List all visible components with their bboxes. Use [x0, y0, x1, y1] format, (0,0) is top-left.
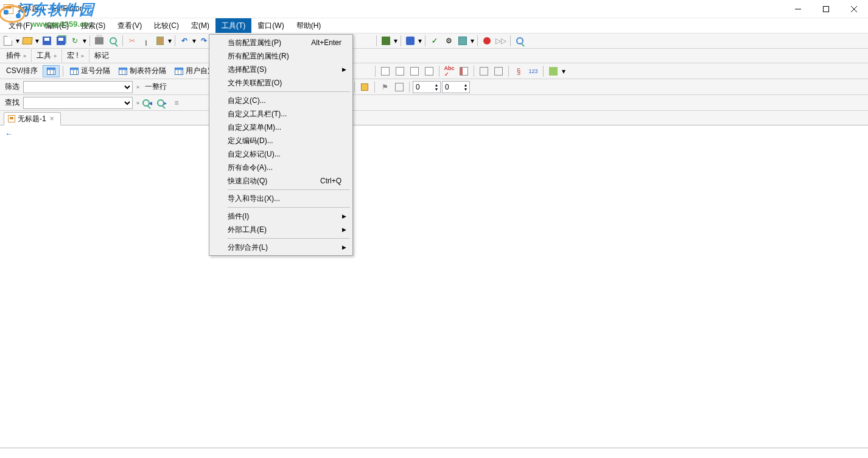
find-input[interactable] [23, 97, 133, 109]
toolstrip-tools[interactable]: 工具» [32, 50, 62, 62]
save-all-button[interactable] [54, 34, 68, 48]
csv-split-button[interactable] [477, 65, 491, 78]
copy-button[interactable] [139, 34, 153, 48]
menu-all-commands[interactable]: 所有命令(A)... [211, 161, 351, 174]
csv-sort-button[interactable]: § [512, 65, 525, 78]
csv-flag-dropdown[interactable]: ▾ [561, 67, 566, 76]
menu-split-merge[interactable]: 分割/合并(L)▶ [211, 241, 351, 254]
menu-customize-menu[interactable]: 自定义菜单(M)... [211, 121, 351, 134]
chevron-icon: » [81, 53, 84, 59]
editor-area[interactable]: ← [0, 125, 868, 448]
open-file-button[interactable] [21, 34, 34, 48]
reload-button[interactable]: ↻ [68, 34, 82, 48]
menu-customize-markers[interactable]: 自定义标记(U)... [211, 147, 351, 161]
undo-button[interactable]: ↶ [178, 34, 191, 48]
csv-tool-2[interactable] [393, 65, 407, 78]
menu-macro[interactable]: 宏(M) [185, 18, 215, 33]
doctab-label: 无标题-1 [18, 114, 46, 124]
filter-lock-button[interactable] [358, 80, 371, 94]
bom-dropdown[interactable]: ▾ [393, 37, 398, 45]
document-tab[interactable]: 无标题-1 × [4, 112, 61, 125]
new-file-dropdown[interactable]: ▾ [15, 37, 20, 45]
filter-toolbar: 筛选 » 一整行 ↻ ⚑ 0▴▾ 0▴▾ [0, 79, 868, 95]
maximize-button[interactable] [812, 0, 840, 18]
filter-below-spinner[interactable]: 0▴▾ [442, 81, 470, 93]
print-button[interactable] [93, 34, 106, 48]
search-toolbar-button[interactable] [513, 34, 527, 48]
close-button[interactable] [840, 0, 868, 18]
csv-toolbar: CSV/排序 逗号分隔 制表符分隔 用户自定 Abc✓ § 123 ▾ [0, 63, 868, 79]
menu-separator [228, 189, 350, 190]
filter-extract-button[interactable] [393, 80, 406, 94]
highlight-button[interactable] [404, 34, 417, 48]
save-button[interactable] [40, 34, 54, 48]
check-button[interactable]: ✓ [428, 34, 441, 48]
menu-customize[interactable]: 自定义(C)... [211, 94, 351, 107]
menu-compare[interactable]: 比较(C) [148, 18, 185, 33]
paste-button[interactable] [153, 34, 167, 48]
toolstrip-label: 宏 ! [67, 51, 79, 61]
csv-tool-3[interactable] [408, 65, 421, 78]
menu-quick-launch[interactable]: 快速启动(Q)Ctrl+Q [211, 174, 351, 188]
menu-all-config-props[interactable]: 所有配置的属性(R) [211, 49, 351, 63]
csv-join-button[interactable] [492, 65, 505, 78]
minimize-button[interactable] [784, 0, 812, 18]
menu-customize-toolbar[interactable]: 自定义工具栏(T)... [211, 107, 351, 121]
menu-edit[interactable]: 编辑(E) [38, 18, 75, 33]
menu-file[interactable]: 文件(F) [2, 18, 38, 33]
undo-dropdown[interactable]: ▾ [192, 37, 197, 45]
csv-abc-button[interactable]: Abc✓ [443, 65, 456, 78]
csv-tool-1[interactable] [379, 65, 392, 78]
menu-external-tools[interactable]: 外部工具(E)▶ [211, 223, 351, 236]
play-macro-button[interactable]: ▷▷ [494, 34, 508, 48]
find-next-button[interactable]: ▸ [155, 96, 169, 110]
menu-search[interactable]: 搜索(S) [75, 18, 111, 33]
menu-window[interactable]: 窗口(W) [251, 18, 290, 33]
toolstrip-macros[interactable]: 宏 !» [62, 50, 89, 62]
bom-button[interactable] [379, 34, 393, 48]
new-file-button[interactable] [1, 34, 15, 48]
menu-define-encoding[interactable]: 定义编码(D)... [211, 134, 351, 147]
doctab-close-button[interactable]: × [49, 114, 55, 123]
find-word-button[interactable]: ≡ [170, 96, 183, 110]
main-toolbar: ▾ ▾ ↻ ▾ ✂ ▾ ↶ ▾ ↷ ▾ ▾ ▾ ✓ ⚙ ▾ ▷▷ [0, 33, 868, 49]
dd-shortcut: Ctrl+Q [320, 177, 341, 185]
menu-file-assoc-config[interactable]: 文件关联配置(O) [211, 76, 351, 90]
csv-btn-label: 制表符分隔 [130, 66, 166, 76]
menu-view[interactable]: 查看(V) [111, 18, 148, 33]
csv-tab-button[interactable]: 制表符分隔 [115, 65, 170, 77]
csv-123-button[interactable]: 123 [527, 65, 540, 78]
highlight-dropdown[interactable]: ▾ [418, 37, 422, 45]
reload-dropdown[interactable]: ▾ [82, 37, 87, 45]
csv-tool-4[interactable] [422, 65, 436, 78]
csv-normal-button[interactable] [43, 65, 60, 77]
menu-select-config[interactable]: 选择配置(S)▶ [211, 63, 351, 76]
find-prev-button[interactable]: ◂ [141, 96, 154, 110]
dd-label: 外部工具(E) [228, 225, 267, 235]
open-file-dropdown[interactable]: ▾ [35, 37, 40, 45]
settings-button[interactable]: ⚙ [442, 34, 455, 48]
toolstrip-markers[interactable]: 标记 [89, 50, 114, 62]
config-button[interactable] [456, 34, 469, 48]
record-macro-button[interactable] [480, 34, 494, 48]
filter-input[interactable] [23, 81, 133, 93]
menu-current-config-props[interactable]: 当前配置属性(P)Alt+Enter [211, 36, 351, 49]
csv-flag-button[interactable] [547, 65, 560, 78]
menu-help[interactable]: 帮助(H) [290, 18, 327, 33]
menu-plugins[interactable]: 插件(I)▶ [211, 210, 351, 223]
menu-tools[interactable]: 工具(T) [215, 18, 251, 33]
filter-above-spinner[interactable]: 0▴▾ [413, 81, 441, 93]
dd-label: 分割/合并(L) [228, 242, 268, 253]
filter-bookmark-button[interactable]: ⚑ [378, 80, 391, 94]
cut-button[interactable]: ✂ [125, 34, 139, 48]
svg-rect-1 [824, 7, 829, 12]
toolstrip-plugins[interactable]: 插件» [1, 50, 32, 62]
menu-import-export[interactable]: 导入和导出(X)... [211, 192, 351, 205]
paste-dropdown[interactable]: ▾ [167, 37, 172, 45]
window-title: 无标题-1 - EmEditor [17, 4, 82, 14]
csv-col-button[interactable] [457, 65, 471, 78]
config-dropdown[interactable]: ▾ [470, 37, 475, 45]
wholeline-label[interactable]: 一整行 [141, 81, 171, 93]
csv-comma-button[interactable]: 逗号分隔 [66, 65, 114, 77]
print-preview-button[interactable] [107, 34, 120, 48]
